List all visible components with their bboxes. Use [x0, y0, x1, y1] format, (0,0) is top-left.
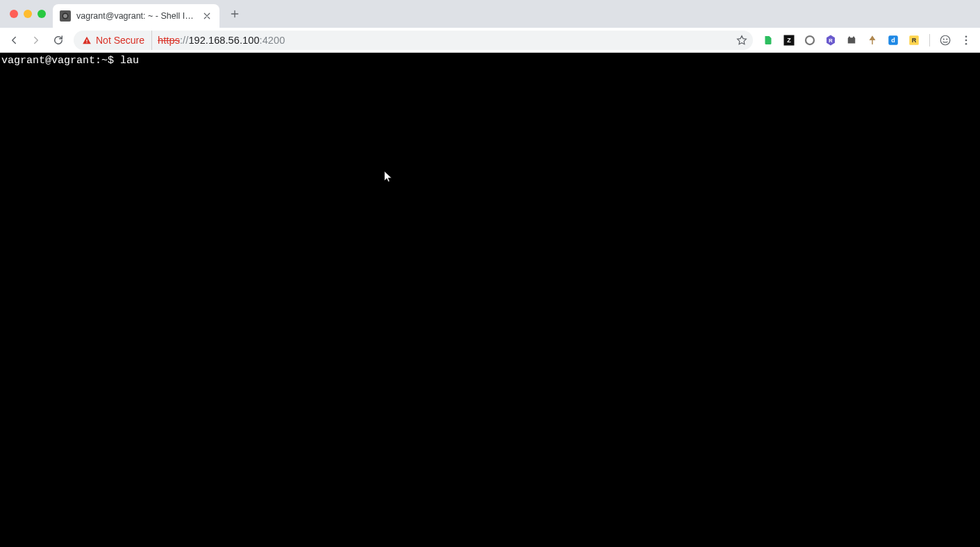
- svg-rect-1: [86, 39, 87, 41]
- tree-ext-icon[interactable]: [864, 32, 881, 49]
- security-label: Not Secure: [96, 35, 144, 46]
- warning-icon: [82, 35, 92, 45]
- shell-command: lau: [120, 55, 139, 67]
- window-controls: [6, 0, 53, 28]
- toolbar-divider: [929, 34, 930, 47]
- svg-point-11: [940, 35, 950, 45]
- hex-ext-icon[interactable]: R: [822, 32, 839, 49]
- d-ext-icon[interactable]: d: [885, 32, 902, 49]
- svg-text:Z: Z: [787, 37, 791, 44]
- svg-text:R: R: [912, 37, 917, 44]
- svg-text:R: R: [829, 37, 833, 44]
- terminal-viewport[interactable]: vagrant@vagrant:~$ lau: [0, 53, 980, 547]
- svg-rect-2: [86, 42, 87, 42]
- window-close-button[interactable]: [10, 10, 18, 18]
- window-maximize-button[interactable]: [38, 10, 46, 18]
- profile-avatar-icon[interactable]: [937, 32, 954, 49]
- url-scheme-separator: ://: [180, 35, 188, 46]
- extensions-row: Z R d R: [760, 32, 976, 49]
- tab-strip: vagrant@vagrant: ~ - Shell In A Box: [0, 0, 980, 28]
- mouse-cursor-icon: [383, 170, 392, 183]
- r-ext-icon[interactable]: R: [906, 32, 922, 49]
- back-button[interactable]: [4, 31, 24, 50]
- address-bar[interactable]: Not Secure https://192.168.56.100:4200: [74, 31, 753, 50]
- cat-ext-icon[interactable]: [843, 32, 860, 49]
- evernote-ext-icon[interactable]: [760, 32, 776, 49]
- url-host: 192.168.56.100: [188, 35, 259, 46]
- terminal-line: vagrant@vagrant:~$ lau: [1, 54, 980, 68]
- svg-point-5: [806, 36, 814, 44]
- svg-point-12: [943, 38, 945, 40]
- browser-menu-button[interactable]: [958, 32, 974, 49]
- window-minimize-button[interactable]: [24, 10, 32, 18]
- tab-close-button[interactable]: [201, 10, 213, 22]
- url-text: https://192.168.56.100:4200: [158, 35, 285, 46]
- tab-favicon: [60, 10, 71, 22]
- svg-point-14: [965, 35, 967, 37]
- browser-tab[interactable]: vagrant@vagrant: ~ - Shell In A Box: [53, 4, 219, 28]
- forward-button[interactable]: [26, 31, 46, 50]
- svg-point-15: [965, 39, 967, 41]
- browser-toolbar: Not Secure https://192.168.56.100:4200 Z…: [0, 28, 980, 53]
- svg-point-13: [946, 38, 947, 40]
- security-indicator[interactable]: Not Secure: [74, 31, 152, 50]
- reload-button[interactable]: [49, 31, 68, 50]
- bookmark-star-button[interactable]: [733, 32, 750, 49]
- tab-title: vagrant@vagrant: ~ - Shell In A Box: [76, 11, 196, 21]
- svg-text:d: d: [891, 37, 895, 44]
- z-ext-icon[interactable]: Z: [781, 32, 797, 49]
- new-tab-button[interactable]: [225, 4, 244, 24]
- svg-point-16: [965, 42, 967, 44]
- url-scheme: https: [158, 35, 180, 46]
- shell-prompt: vagrant@vagrant:~$: [1, 55, 120, 67]
- url-port: :4200: [260, 35, 285, 46]
- circle-ext-icon[interactable]: [802, 32, 818, 49]
